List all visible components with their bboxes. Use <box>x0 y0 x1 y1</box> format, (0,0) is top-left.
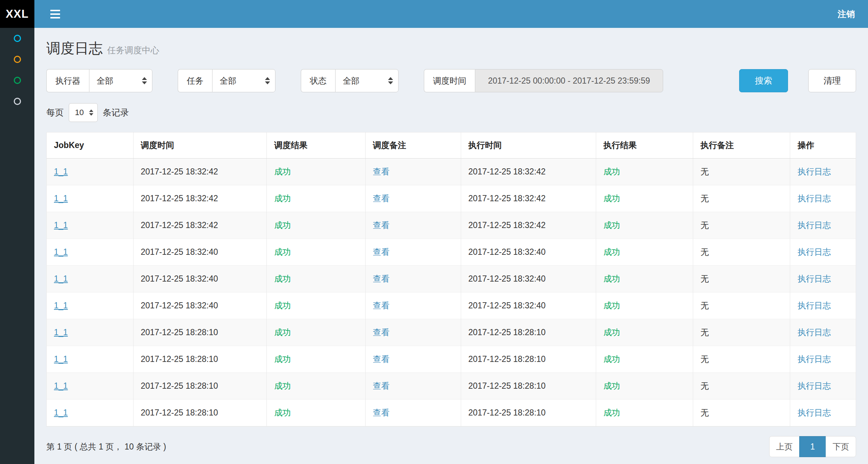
trigger-result-cell: 成功 <box>267 292 366 319</box>
handle-result-cell: 成功 <box>596 212 693 239</box>
page-size-value: 10 <box>75 108 84 117</box>
col-header-handle-time: 执行时间 <box>461 132 596 159</box>
trigger-result-cell: 成功 <box>267 239 366 266</box>
page-1-button[interactable]: 1 <box>799 436 826 457</box>
exec-log-link[interactable]: 执行日志 <box>797 274 831 283</box>
view-link[interactable]: 查看 <box>373 274 389 283</box>
time-range-input[interactable]: 2017-12-25 00:00:00 - 2017-12-25 23:59:5… <box>475 69 663 92</box>
view-link[interactable]: 查看 <box>373 167 389 176</box>
trigger-msg-cell: 查看 <box>366 346 461 373</box>
circle-outline-icon <box>14 77 21 84</box>
page-size-prefix: 每页 <box>46 107 64 118</box>
handle-time-cell: 2017-12-25 18:32:42 <box>461 159 596 185</box>
view-link[interactable]: 查看 <box>373 408 389 417</box>
table-row: 1_1 2017-12-25 18:32:42 成功 查看 2017-12-25… <box>47 212 856 239</box>
trigger-result-cell: 成功 <box>267 400 366 426</box>
view-link[interactable]: 查看 <box>373 354 389 364</box>
filter-executor-label: 执行器 <box>46 69 89 92</box>
executor-select[interactable]: 全部 <box>89 69 152 92</box>
exec-log-link[interactable]: 执行日志 <box>797 354 831 364</box>
handle-msg-cell: 无 <box>693 185 790 212</box>
trigger-msg-cell: 查看 <box>366 292 461 319</box>
jobkey-link[interactable]: 1_1 <box>54 381 68 391</box>
table-row: 1_1 2017-12-25 18:28:10 成功 查看 2017-12-25… <box>47 400 856 426</box>
exec-log-link[interactable]: 执行日志 <box>797 301 831 310</box>
jobkey-cell: 1_1 <box>47 373 133 400</box>
jobkey-link[interactable]: 1_1 <box>54 194 68 203</box>
clear-button[interactable]: 清理 <box>808 69 856 92</box>
exec-log-link[interactable]: 执行日志 <box>797 247 831 257</box>
handle-time-cell: 2017-12-25 18:28:10 <box>461 373 596 400</box>
jobkey-link[interactable]: 1_1 <box>54 167 68 176</box>
exec-log-link[interactable]: 执行日志 <box>797 408 831 417</box>
trigger-result-cell: 成功 <box>267 373 366 400</box>
handle-time-cell: 2017-12-25 18:32:42 <box>461 185 596 212</box>
jobkey-link[interactable]: 1_1 <box>54 274 68 283</box>
page-size-row: 每页 10 条记录 <box>46 103 856 122</box>
table-footer: 第 1 页 ( 总共 1 页， 10 条记录 ) 上页 1 下页 <box>46 436 856 464</box>
exec-log-link[interactable]: 执行日志 <box>797 220 831 230</box>
trigger-result-cell: 成功 <box>267 185 366 212</box>
view-link[interactable]: 查看 <box>373 220 389 230</box>
logout-link[interactable]: 注销 <box>838 8 855 20</box>
trigger-msg-cell: 查看 <box>366 266 461 292</box>
sidebar-item-3[interactable] <box>0 70 34 91</box>
filter-trigger-time: 调度时间 2017-12-25 00:00:00 - 2017-12-25 23… <box>424 69 663 92</box>
exec-log-link[interactable]: 执行日志 <box>797 194 831 203</box>
app-logo[interactable]: XXL <box>0 0 34 28</box>
trigger-time-cell: 2017-12-25 18:28:10 <box>133 346 267 373</box>
col-header-trigger-result: 调度结果 <box>267 132 366 159</box>
handle-result-cell: 成功 <box>596 319 693 346</box>
trigger-result-cell: 成功 <box>267 319 366 346</box>
exec-log-link[interactable]: 执行日志 <box>797 381 831 391</box>
sidebar-item-4[interactable] <box>0 91 34 112</box>
select-arrows-icon <box>89 110 93 116</box>
search-button[interactable]: 搜索 <box>739 69 788 92</box>
trigger-msg-cell: 查看 <box>366 319 461 346</box>
handle-result-cell: 成功 <box>596 239 693 266</box>
action-cell: 执行日志 <box>790 292 856 319</box>
trigger-result-cell: 成功 <box>267 159 366 185</box>
handle-result-cell: 成功 <box>596 373 693 400</box>
action-cell: 执行日志 <box>790 185 856 212</box>
select-arrows-icon <box>388 77 393 84</box>
jobkey-link[interactable]: 1_1 <box>54 247 68 257</box>
trigger-time-cell: 2017-12-25 18:32:42 <box>133 212 267 239</box>
jobkey-link[interactable]: 1_1 <box>54 328 68 337</box>
select-arrows-icon <box>142 77 147 84</box>
exec-log-link[interactable]: 执行日志 <box>797 167 831 176</box>
view-link[interactable]: 查看 <box>373 301 389 310</box>
menu-icon[interactable] <box>49 7 62 21</box>
col-header-action: 操作 <box>790 132 856 159</box>
jobkey-cell: 1_1 <box>47 239 133 266</box>
jobkey-link[interactable]: 1_1 <box>54 354 68 364</box>
view-link[interactable]: 查看 <box>373 194 389 203</box>
sidebar-item-2[interactable] <box>0 49 34 70</box>
page-size-select[interactable]: 10 <box>69 103 98 122</box>
trigger-msg-cell: 查看 <box>366 239 461 266</box>
jobkey-link[interactable]: 1_1 <box>54 301 68 310</box>
status-select[interactable]: 全部 <box>335 69 399 92</box>
handle-time-cell: 2017-12-25 18:28:10 <box>461 346 596 373</box>
log-table: JobKey 调度时间 调度结果 调度备注 执行时间 执行结果 执行备注 操作 … <box>47 132 856 426</box>
handle-result-cell: 成功 <box>596 185 693 212</box>
jobkey-cell: 1_1 <box>47 319 133 346</box>
view-link[interactable]: 查看 <box>373 328 389 337</box>
next-page-button[interactable]: 下页 <box>826 436 856 457</box>
jobkey-cell: 1_1 <box>47 400 133 426</box>
prev-page-button[interactable]: 上页 <box>769 436 800 457</box>
filter-job-label: 任务 <box>178 69 212 92</box>
view-link[interactable]: 查看 <box>373 247 389 257</box>
jobkey-link[interactable]: 1_1 <box>54 220 68 230</box>
circle-outline-icon <box>14 98 21 105</box>
filter-job: 任务 全部 <box>178 69 275 92</box>
filter-executor: 执行器 全部 <box>46 69 152 92</box>
sidebar-item-1[interactable] <box>0 28 34 49</box>
table-header-row: JobKey 调度时间 调度结果 调度备注 执行时间 执行结果 执行备注 操作 <box>47 132 856 159</box>
jobkey-cell: 1_1 <box>47 159 133 185</box>
job-select[interactable]: 全部 <box>212 69 275 92</box>
jobkey-link[interactable]: 1_1 <box>54 408 68 417</box>
exec-log-link[interactable]: 执行日志 <box>797 328 831 337</box>
view-link[interactable]: 查看 <box>373 381 389 391</box>
table-row: 1_1 2017-12-25 18:28:10 成功 查看 2017-12-25… <box>47 373 856 400</box>
